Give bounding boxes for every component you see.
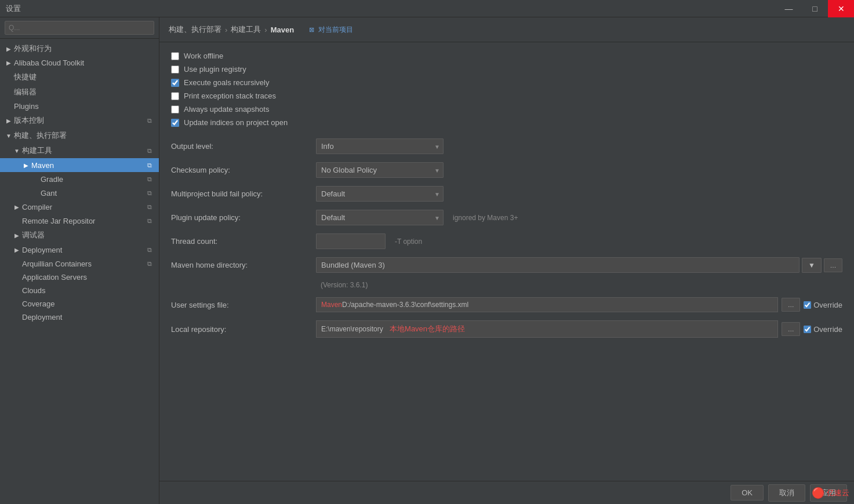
sidebar-item-label: 构建、执行部署 [14, 130, 67, 141]
sidebar-item-label: Deployment [22, 246, 62, 254]
sidebar-item-deployment2[interactable]: ▶ Deployment [0, 311, 159, 324]
plugin-update-select[interactable]: Default Force Never [316, 210, 444, 225]
user-settings-red-part: Maven [321, 301, 342, 309]
copy-icon: ⧉ [145, 216, 154, 225]
sidebar-item-editor[interactable]: ▶ 编辑器 [0, 85, 159, 100]
checkbox-print-exception: Print exception stack traces [171, 92, 842, 100]
checksum-policy-select[interactable]: No Global Policy Warn Fail [316, 162, 444, 178]
output-level-select[interactable]: Info Debug Warn Error [316, 138, 444, 154]
content-area: 构建、执行部署 › 构建工具 › Maven ⊠ 对当前项目 Work offl… [159, 17, 854, 504]
sidebar-item-app-servers[interactable]: ▶ Application Servers [0, 271, 159, 284]
maven-home-input[interactable] [316, 257, 800, 273]
version-value: (Version: 3.6.1) [321, 281, 368, 289]
sidebar-item-arquillian[interactable]: ▶ Arquillian Containers ⧉ [0, 257, 159, 271]
plugin-update-control: Default Force Never ▼ ignored by Maven 3… [316, 210, 842, 225]
maven-home-dropdown-button[interactable]: ▼ [802, 258, 822, 273]
user-settings-override-checkbox[interactable] [804, 301, 811, 309]
sidebar-item-coverage[interactable]: ▶ Coverage [0, 297, 159, 311]
sidebar-item-label: 快捷键 [14, 72, 37, 82]
plugin-update-row: Plugin update policy: Default Force Neve… [171, 210, 842, 225]
scope-link[interactable]: ⊠ 对当前项目 [309, 25, 352, 35]
sidebar-item-label: 外观和行为 [14, 43, 52, 54]
user-settings-browse-button[interactable]: … [782, 298, 800, 312]
maven-home-control: ▼ … [316, 257, 842, 273]
cancel-button[interactable]: 取消 [768, 484, 805, 502]
sidebar-item-compiler[interactable]: ▶ Compiler ⧉ [0, 200, 159, 214]
execute-goals-checkbox[interactable] [171, 79, 179, 87]
sidebar-item-label: Clouds [22, 286, 45, 295]
sidebar-item-gradle[interactable]: ▶ Gradle ⧉ [0, 172, 159, 186]
work-offline-label: Work offline [184, 52, 223, 60]
sidebar-item-plugins[interactable]: ▶ Plugins [0, 100, 159, 113]
sidebar-item-alibaba[interactable]: ▶ Alibaba Cloud Toolkit [0, 56, 159, 70]
multiproject-select-wrapper: Default Continue At End Never ▼ [316, 186, 444, 202]
breadcrumb-sep1: › [225, 25, 227, 34]
ok-button[interactable]: OK [731, 485, 764, 501]
always-update-label: Always update snapshots [184, 105, 269, 114]
always-update-checkbox[interactable] [171, 105, 179, 114]
sidebar-item-label: Arquillian Containers [22, 260, 92, 268]
sidebar-tree: ▶ 外观和行为 ▶ Alibaba Cloud Toolkit ▶ 快捷键 ▶ … [0, 39, 159, 504]
sidebar-item-build-tools[interactable]: ▼ 构建工具 ⧉ [0, 143, 159, 158]
multiproject-select[interactable]: Default Continue At End Never [316, 186, 444, 202]
breadcrumb-part2: 构建工具 [231, 24, 261, 35]
expand-icon: ▶ [13, 246, 21, 254]
title-controls: — □ ✕ [776, 0, 854, 17]
sidebar-item-gant[interactable]: ▶ Gant ⧉ [0, 186, 159, 200]
local-repo-override: Override [804, 325, 842, 334]
sidebar-item-build[interactable]: ▼ 构建、执行部署 [0, 128, 159, 143]
expand-icon: ▶ [13, 231, 21, 239]
output-level-control: Info Debug Warn Error ▼ [316, 138, 842, 154]
scope-icon: ⊠ [309, 26, 314, 33]
maximize-button[interactable]: □ [802, 0, 828, 17]
print-exception-checkbox[interactable] [171, 92, 179, 100]
sidebar-item-shortcuts[interactable]: ▶ 快捷键 [0, 70, 159, 85]
watermark-icon: 🔴 [812, 487, 824, 499]
local-repo-override-checkbox[interactable] [804, 326, 811, 333]
title-bar: 设置 — □ ✕ [0, 0, 854, 17]
expand-icon: ▼ [5, 132, 13, 140]
thread-count-hint: -T option [395, 238, 422, 246]
local-repo-label: Local repository: [171, 325, 316, 334]
maven-version-text: (Version: 3.6.1) [321, 281, 842, 289]
update-indices-checkbox[interactable] [171, 119, 179, 127]
sidebar-item-deployment[interactable]: ▶ Deployment ⧉ [0, 243, 159, 257]
close-button[interactable]: ✕ [828, 0, 854, 17]
thread-count-label: Thread count: [171, 237, 316, 246]
multiproject-control: Default Continue At End Never ▼ [316, 186, 842, 202]
use-plugin-label: Use plugin registry [184, 65, 246, 74]
sidebar-item-vcs[interactable]: ▶ 版本控制 ⧉ [0, 113, 159, 128]
expand-icon: ▶ [5, 59, 13, 67]
plugin-update-select-wrapper: Default Force Never ▼ [316, 210, 444, 225]
multiproject-label: Multiproject build fail policy: [171, 189, 316, 198]
sidebar-item-label: 版本控制 [14, 115, 44, 126]
copy-icon: ⧉ [145, 146, 154, 155]
user-settings-override: Override [804, 301, 842, 309]
settings-panel: Work offline Use plugin registry Execute… [159, 42, 854, 481]
maven-home-browse-button[interactable]: … [824, 258, 842, 272]
search-input[interactable] [5, 21, 154, 35]
sidebar-item-maven[interactable]: ▶ Maven ⧉ [0, 158, 159, 172]
copy-icon: ⧉ [145, 188, 154, 198]
sidebar-item-debugger[interactable]: ▶ 调试器 [0, 228, 159, 243]
local-repo-row: Local repository: E:\maven\repository 本地… [171, 320, 842, 338]
update-indices-label: Update indices on project open [184, 118, 288, 127]
sidebar-item-appearance[interactable]: ▶ 外观和行为 [0, 41, 159, 56]
main-container: ▶ 外观和行为 ▶ Alibaba Cloud Toolkit ▶ 快捷键 ▶ … [0, 17, 854, 504]
sidebar-item-remote-jar[interactable]: ▶ Remote Jar Repositor ⧉ [0, 214, 159, 228]
user-settings-row: User settings file: MavenD:/apache-maven… [171, 297, 842, 312]
print-exception-label: Print exception stack traces [184, 92, 276, 100]
local-repo-browse-button[interactable]: … [782, 322, 800, 336]
checkbox-update-indices: Update indices on project open [171, 118, 842, 127]
work-offline-checkbox[interactable] [171, 52, 179, 60]
sidebar-item-clouds[interactable]: ▶ Clouds [0, 284, 159, 297]
use-plugin-checkbox[interactable] [171, 65, 179, 74]
expand-icon: ▶ [5, 45, 13, 53]
minimize-button[interactable]: — [776, 0, 802, 17]
sidebar-item-label: 调试器 [22, 230, 45, 240]
thread-count-input[interactable] [316, 233, 386, 249]
maven-home-row: Maven home directory: ▼ … [171, 257, 842, 273]
execute-goals-label: Execute goals recursively [184, 78, 269, 87]
thread-count-row: Thread count: -T option [171, 233, 842, 249]
sidebar-item-label: Compiler [22, 203, 52, 211]
